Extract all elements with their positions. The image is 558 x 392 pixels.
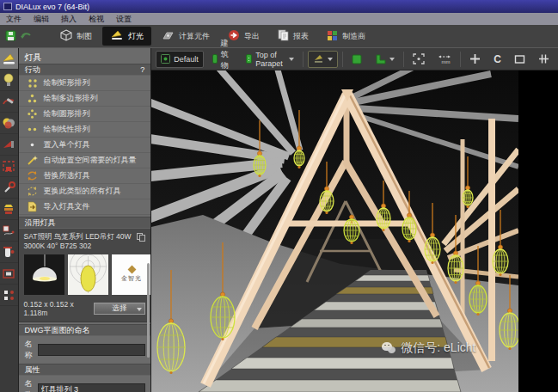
luminaire-photo-thumbnail[interactable] (24, 254, 64, 295)
red-wedge-icon (2, 138, 15, 150)
action-draw-polygon-arrangement[interactable]: 绘制多边形排列 (19, 91, 151, 107)
tool-lamps[interactable] (0, 70, 18, 91)
zoom-window-button[interactable] (510, 51, 530, 68)
tab-label: 制造商 (342, 31, 365, 42)
luminaire-dimensions: 0.152 x 0.152 x 1.118m (24, 300, 94, 317)
storey-mode-button[interactable] (371, 51, 399, 68)
luminaire-description: SAT照明 鸟笼系列 LED吊灯 40W 3000K 40° B725 302 (24, 232, 134, 251)
actions-header-label: 行动 (25, 64, 40, 76)
dwg-name-input[interactable] (38, 344, 145, 356)
action-import-luminaire-file[interactable]: 导入灯具文件 (19, 199, 151, 215)
pan-button[interactable] (465, 51, 485, 68)
copy-icon[interactable] (137, 233, 145, 242)
floorplan-icon (2, 160, 15, 173)
display-mode-button[interactable] (308, 51, 338, 68)
auto-place-icon (27, 155, 38, 166)
action-place-single-luminaire[interactable]: 置入单个灯具 (19, 138, 151, 153)
points-icon (3, 289, 15, 302)
column-icon (2, 246, 15, 259)
tool-floorplan[interactable] (0, 156, 18, 177)
save-icon[interactable] (4, 29, 17, 44)
tool-surfaces[interactable] (0, 263, 18, 285)
line-arrangement-icon (27, 124, 38, 135)
action-replace-selected[interactable]: 替换所选灯具 (19, 168, 151, 184)
replace-selected-icon (27, 170, 38, 181)
tool-measuring[interactable] (0, 220, 18, 242)
bulb-icon (3, 73, 15, 87)
measure-label: mm (442, 59, 451, 64)
manufacturer-grid-icon (327, 30, 338, 43)
polygon-arrangement-icon (27, 93, 38, 104)
panel-title: 灯具 (19, 48, 151, 64)
storey-selector-button[interactable]: Top of Parapet (242, 51, 299, 68)
action-auto-place[interactable]: 自动放置空间需要的灯具量 (19, 153, 151, 168)
main-toolbar: 制图 灯光 计算元件 导出 报表 (0, 25, 558, 48)
menu-edit[interactable]: 编辑 (28, 14, 55, 25)
tool-colours[interactable] (0, 113, 18, 134)
luminaires-panel: 灯具 行动 ? 绘制矩形排列 绘制多边形排列 绘制圆形排列 (19, 48, 152, 392)
building-icon (212, 54, 218, 64)
building-selector-button[interactable]: 建筑物 1 (208, 51, 237, 68)
measure-lines-icon (2, 224, 15, 237)
dropdown-caret-icon (137, 308, 142, 311)
action-label: 绘制圆形排列 (44, 108, 90, 119)
tab-reports[interactable]: 报表 (270, 27, 316, 46)
panel-scrollbar[interactable] (147, 263, 150, 358)
menu-view[interactable]: 检视 (83, 14, 110, 25)
action-label: 替换所选灯具 (44, 170, 90, 181)
zoom-fit-button[interactable] (408, 51, 429, 68)
menu-settings[interactable]: 设置 (110, 14, 138, 25)
measure-button[interactable]: mm (433, 51, 456, 68)
construction-cube-icon (60, 29, 72, 43)
single-luminaire-icon (27, 139, 38, 150)
zoom-fit-icon (413, 53, 425, 64)
title-bar: DIALux evo 7 (64-Bit) (0, 0, 558, 13)
tool-luminaires[interactable] (0, 48, 18, 70)
menu-insert[interactable]: 插入 (55, 14, 83, 25)
watermark: 微信号: eLicht (382, 340, 475, 356)
action-label: 绘制线性排列 (44, 124, 90, 135)
report-document-icon (278, 29, 289, 43)
viewport-toolbar: Default 建筑物 1 Top of Parapet (151, 48, 558, 70)
action-draw-rect-arrangement[interactable]: 绘制矩形排列 (19, 76, 151, 91)
tool-columns[interactable] (0, 242, 18, 263)
menu-file[interactable]: 文件 (0, 14, 28, 25)
tool-lamp-change[interactable] (0, 91, 18, 113)
arrangement-name-input[interactable] (38, 383, 145, 392)
action-replace-all-of-type[interactable]: 更换此类型的所有灯具 (19, 184, 151, 199)
watermark-text: 微信号: eLicht (401, 340, 475, 356)
tab-calculation-objects[interactable]: 计算元件 (154, 27, 218, 46)
active-luminaire-card: SAT照明 鸟笼系列 LED吊灯 40W 3000K 40° B725 302 … (19, 229, 151, 322)
action-label: 导入灯具文件 (44, 201, 90, 212)
circle-arrangement-icon (27, 108, 38, 119)
tool-maintenance[interactable] (0, 177, 18, 199)
manufacturer-logo-thumbnail[interactable]: 金智光 (112, 254, 152, 295)
luminaire-tool-icon (2, 52, 16, 65)
photometric-diagram-thumbnail[interactable] (68, 254, 108, 295)
help-button[interactable]: ? (140, 65, 144, 74)
window-title: DIALux evo 7 (64-Bit) (15, 3, 89, 11)
select-luminaire-button[interactable]: 选择 (94, 303, 146, 315)
undo-icon[interactable] (20, 29, 34, 43)
zoom-window-icon (514, 54, 525, 64)
action-draw-line-arrangement[interactable]: 绘制线性排列 (19, 122, 151, 138)
dwg-header: DWG平面图的命名 (19, 324, 151, 336)
tab-manufacturer[interactable]: 制造商 (319, 27, 373, 46)
chevron-down-icon (328, 58, 333, 61)
solid-view-button[interactable] (347, 51, 366, 68)
display-mode-lamp-icon (313, 54, 324, 64)
tool-swoosh-icon (2, 95, 15, 107)
action-label: 自动放置空间需要的灯具量 (44, 155, 137, 166)
tool-point-arrangement[interactable] (0, 285, 18, 306)
action-draw-circle-arrangement[interactable]: 绘制圆形排列 (19, 107, 151, 122)
tab-construction[interactable]: 制图 (52, 27, 100, 46)
dwg-name-label: 名称 (25, 339, 33, 361)
storey-icon (246, 54, 252, 64)
view-default-button[interactable]: Default (156, 51, 204, 68)
tab-light[interactable]: 灯光 (102, 27, 151, 46)
scale-button[interactable] (534, 51, 554, 68)
tool-light-scenes[interactable] (0, 134, 18, 156)
rotate-button[interactable]: C (489, 51, 506, 68)
tool-energy[interactable] (0, 199, 18, 220)
import-file-icon (27, 201, 38, 212)
